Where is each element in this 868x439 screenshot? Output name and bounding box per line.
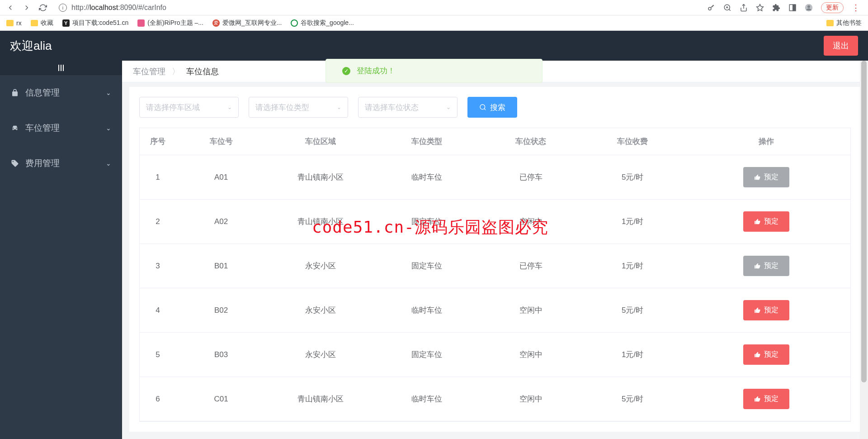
th-action: 操作	[682, 128, 850, 155]
scrollbar-thumb[interactable]	[861, 61, 867, 382]
thumb-icon	[754, 263, 760, 269]
parking-table: 序号 车位号 车位区域 车位类型 车位状态 车位收费 操作 1 A01 青山镇南…	[139, 128, 851, 422]
cell-action: 预定	[682, 200, 850, 243]
cell-fee: 5元/时	[583, 377, 682, 421]
cell-action: 预定	[682, 244, 850, 288]
logout-button[interactable]: 退出	[824, 36, 858, 56]
forward-icon[interactable]	[23, 4, 31, 12]
cell-action: 预定	[682, 377, 850, 421]
url-bar[interactable]: i http://localhost:8090/#/carInfo	[54, 4, 703, 12]
cell-area: 永安小区	[266, 333, 375, 377]
breadcrumb-sep: 〉	[172, 66, 180, 77]
cell-num: A02	[176, 200, 266, 243]
cell-fee: 5元/时	[583, 155, 682, 199]
bookmark-favorites[interactable]: 收藏	[31, 19, 53, 27]
select-status[interactable]: 请选择车位状态 ⌄	[358, 97, 458, 118]
bookmark-ripro[interactable]: (全新)RiPro主题 –...	[137, 19, 203, 27]
back-icon[interactable]	[6, 4, 14, 12]
cell-type: 临时车位	[375, 155, 479, 199]
chevron-down-icon: ⌄	[227, 104, 232, 110]
cell-area: 青山镇南小区	[266, 200, 375, 243]
browser-address-bar: i http://localhost:8090/#/carInfo 更新 ⋮	[0, 0, 868, 15]
th-status: 车位状态	[479, 128, 583, 155]
reserve-button[interactable]: 预定	[743, 211, 789, 232]
reserve-button: 预定	[743, 256, 789, 276]
sidebar-toggle[interactable]	[0, 61, 122, 75]
svg-point-7	[480, 105, 485, 110]
chevron-down-icon: ⌄	[106, 124, 111, 132]
cell-area: 永安小区	[266, 244, 375, 288]
svg-rect-4	[793, 5, 796, 11]
cell-fee: 1元/时	[583, 333, 682, 377]
cell-fee: 5元/时	[583, 288, 682, 332]
url-text: http://localhost:8090/#/carInfo	[71, 4, 166, 12]
chevron-down-icon: ⌄	[446, 104, 451, 110]
sidebar-item-parking[interactable]: 车位管理 ⌄	[0, 110, 122, 146]
bookmark-project[interactable]: Y项目下载:code51.cn	[62, 19, 129, 27]
svg-point-6	[807, 5, 810, 8]
sidebar-item-fee[interactable]: 费用管理 ⌄	[0, 146, 122, 181]
cell-idx: 4	[140, 288, 176, 332]
reserve-button: 预定	[743, 167, 789, 187]
cell-type: 临时车位	[375, 288, 479, 332]
sidebar-item-label: 信息管理	[25, 87, 60, 99]
cell-idx: 3	[140, 244, 176, 288]
cell-idx: 2	[140, 200, 176, 243]
panel-icon[interactable]	[788, 4, 797, 12]
share-icon[interactable]	[740, 4, 748, 12]
collapse-icon	[58, 65, 64, 71]
thumb-icon	[754, 396, 760, 402]
cell-type: 固定车位	[375, 200, 479, 243]
bookmark-aiwei[interactable]: 爱爱微网_互联网专业...	[212, 19, 282, 27]
star-icon[interactable]	[756, 4, 764, 12]
cell-num: B03	[176, 333, 266, 377]
select-area[interactable]: 请选择停车区域 ⌄	[139, 97, 239, 118]
select-type[interactable]: 请选择车位类型 ⌄	[249, 97, 348, 118]
search-button[interactable]: 搜索	[467, 97, 517, 118]
app-header: 欢迎alia 退出	[0, 31, 868, 61]
profile-icon[interactable]	[805, 4, 813, 12]
cell-num: C01	[176, 377, 266, 421]
bookmark-other[interactable]: 其他书签	[826, 19, 862, 27]
key-icon[interactable]	[707, 4, 715, 12]
cell-action: 预定	[682, 155, 850, 199]
cell-action: 预定	[682, 333, 850, 377]
scrollbar-track[interactable]	[860, 61, 868, 439]
reserve-button[interactable]: 预定	[743, 300, 789, 320]
select-placeholder: 请选择停车区域	[146, 102, 200, 113]
success-toast: ✓ 登陆成功！	[326, 59, 542, 83]
bookmark-rx[interactable]: rx	[6, 19, 22, 27]
table-row: 3 B01 永安小区 固定车位 已停车 1元/时 预定	[140, 244, 850, 288]
breadcrumb-root[interactable]: 车位管理	[133, 66, 165, 77]
cell-status: 已停车	[479, 155, 583, 199]
th-area: 车位区域	[266, 128, 375, 155]
info-icon[interactable]: i	[59, 4, 67, 12]
update-button[interactable]: 更新	[821, 2, 844, 13]
bookmark-google[interactable]: 谷歌搜索_google...	[291, 19, 354, 27]
table-header: 序号 车位号 车位区域 车位类型 车位状态 车位收费 操作	[140, 128, 850, 155]
cell-type: 临时车位	[375, 377, 479, 421]
table-row: 5 B03 永安小区 固定车位 空闲中 1元/时 预定	[140, 333, 850, 377]
sidebar: 信息管理 ⌄ 车位管理 ⌄ 费用管理 ⌄	[0, 61, 122, 439]
zoom-icon[interactable]	[723, 4, 731, 12]
cell-idx: 6	[140, 377, 176, 421]
sidebar-item-label: 车位管理	[25, 122, 60, 134]
chevron-down-icon: ⌄	[106, 160, 111, 167]
table-row: 2 A02 青山镇南小区 固定车位 空闲中 1元/时 预定	[140, 200, 850, 244]
reload-icon[interactable]	[39, 4, 47, 12]
car-icon	[11, 124, 19, 132]
sidebar-item-info[interactable]: 信息管理 ⌄	[0, 75, 122, 110]
cell-num: B02	[176, 288, 266, 332]
menu-dots-icon[interactable]: ⋮	[852, 3, 860, 13]
reserve-button[interactable]: 预定	[743, 389, 789, 409]
puzzle-icon[interactable]	[772, 4, 780, 12]
bookmarks-bar: rx 收藏 Y项目下载:code51.cn (全新)RiPro主题 –... 爱…	[0, 15, 868, 31]
chevron-down-icon: ⌄	[337, 104, 341, 110]
cell-fee: 1元/时	[583, 200, 682, 243]
cell-idx: 1	[140, 155, 176, 199]
cell-status: 空闲中	[479, 333, 583, 377]
reserve-button[interactable]: 预定	[743, 344, 789, 365]
cell-idx: 5	[140, 333, 176, 377]
thumb-icon	[754, 174, 760, 181]
filter-bar: 请选择停车区域 ⌄ 请选择车位类型 ⌄ 请选择车位状态 ⌄ 搜索	[139, 97, 851, 118]
